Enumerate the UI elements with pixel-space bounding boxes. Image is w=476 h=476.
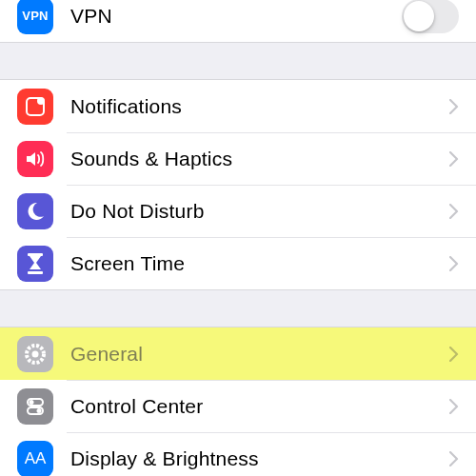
dnd-label: Do Not Disturb	[70, 200, 442, 223]
chevron-right-icon	[449, 99, 459, 114]
sounds-row[interactable]: Sounds & Haptics	[0, 132, 476, 185]
sounds-icon	[17, 141, 53, 177]
chevron-right-icon	[449, 347, 459, 362]
controlcenter-row[interactable]: Control Center	[0, 380, 476, 432]
general-row[interactable]: General	[0, 327, 476, 380]
settings-group-network: VPN VPN	[0, 0, 476, 43]
settings-group-alerts: Notifications Sounds & Haptics Do Not Di…	[0, 79, 476, 290]
chevron-right-icon	[449, 151, 459, 167]
svg-rect-2	[28, 253, 43, 256]
svg-point-1	[37, 97, 45, 105]
moon-icon	[17, 193, 53, 229]
hourglass-icon	[17, 246, 53, 282]
dnd-row[interactable]: Do Not Disturb	[0, 185, 476, 237]
svg-point-9	[37, 408, 42, 413]
section-gap	[0, 43, 476, 79]
notifications-icon	[17, 89, 53, 125]
text-size-icon-label: AA	[25, 449, 47, 468]
vpn-icon-label: VPN	[22, 9, 49, 23]
chevron-right-icon	[449, 399, 459, 414]
chevron-right-icon	[449, 204, 459, 219]
svg-rect-3	[28, 271, 43, 274]
display-row[interactable]: AA Display & Brightness	[0, 432, 476, 476]
notifications-label: Notifications	[70, 95, 442, 118]
general-label: General	[70, 343, 442, 366]
svg-point-5	[32, 350, 39, 357]
notifications-row[interactable]: Notifications	[0, 80, 476, 132]
vpn-toggle[interactable]	[402, 0, 459, 33]
chevron-right-icon	[449, 451, 459, 466]
svg-point-7	[30, 400, 34, 405]
section-gap	[0, 290, 476, 327]
vpn-row[interactable]: VPN VPN	[0, 0, 476, 42]
controlcenter-label: Control Center	[70, 395, 442, 418]
vpn-icon: VPN	[17, 0, 53, 34]
sliders-icon	[17, 388, 53, 425]
chevron-right-icon	[449, 256, 459, 271]
screentime-label: Screen Time	[70, 252, 442, 275]
text-size-icon: AA	[17, 441, 53, 477]
vpn-label: VPN	[70, 5, 402, 28]
display-label: Display & Brightness	[70, 447, 442, 470]
gear-icon	[17, 336, 53, 372]
settings-group-general: General Control Center AA Display & Brig…	[0, 327, 476, 476]
sounds-label: Sounds & Haptics	[70, 148, 442, 170]
screentime-row[interactable]: Screen Time	[0, 237, 476, 289]
